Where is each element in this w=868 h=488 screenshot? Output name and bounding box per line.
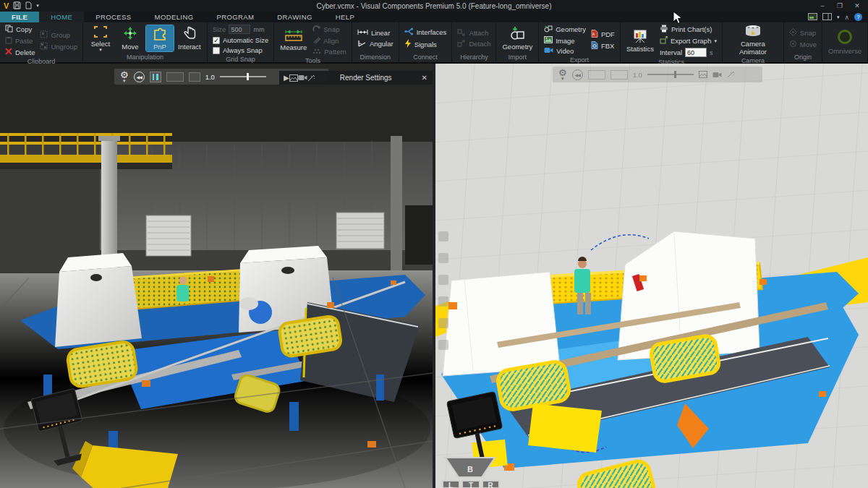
select-icon xyxy=(93,25,108,40)
minimize-button[interactable]: – xyxy=(814,1,830,11)
nav-cube-face-top[interactable]: T xyxy=(469,481,473,488)
housing-left-schematic[interactable] xyxy=(443,272,560,376)
paste-button[interactable]: Paste xyxy=(4,35,36,46)
attach-button[interactable]: Attach xyxy=(456,28,492,38)
tab-process[interactable]: PROCESS xyxy=(84,12,142,22)
speed-slider[interactable] xyxy=(220,76,266,77)
app-logo-icon[interactable]: V xyxy=(4,1,9,10)
linear-button[interactable]: Linear xyxy=(356,28,395,38)
right-viewport-scene[interactable]: B L T R xyxy=(435,64,868,488)
export-pdf-button[interactable]: A PDF xyxy=(590,29,616,40)
collapse-ribbon-icon[interactable]: ∧ xyxy=(844,14,849,21)
interval-input[interactable] xyxy=(685,48,707,57)
interfaces-button[interactable]: Interfaces xyxy=(403,27,448,38)
new-file-icon[interactable] xyxy=(25,1,32,11)
ribbon-group-tools: Measure Snap Align Pattern xyxy=(274,22,352,62)
measure-button[interactable]: Measure xyxy=(278,28,309,53)
record-video-icon[interactable] xyxy=(298,74,307,81)
play-icon[interactable]: ▶ xyxy=(279,74,289,82)
origin-move-button[interactable]: Move xyxy=(788,39,818,50)
select-dropdown-icon[interactable]: ▾ xyxy=(99,48,102,51)
record-video-icon[interactable] xyxy=(712,72,722,78)
measure-icon xyxy=(284,29,303,43)
camera-animator-button[interactable]: Camera Animator xyxy=(726,24,780,56)
manipulation-group-label: Manipulation xyxy=(87,53,203,62)
reset-simulation-button[interactable]: ◀◀ xyxy=(134,72,145,82)
print-charts-button[interactable]: Print Chart(s) xyxy=(658,24,718,35)
safety-mat-right[interactable] xyxy=(278,315,342,357)
interact-button[interactable]: Interact xyxy=(176,25,203,51)
grid-size-input[interactable] xyxy=(229,25,250,34)
paste-icon xyxy=(5,36,12,46)
tab-drawing[interactable]: DRAWING xyxy=(265,12,323,22)
quick-access-dropdown-icon[interactable]: ▾ xyxy=(36,4,39,7)
layout-panels-icon[interactable] xyxy=(822,13,832,22)
nav-cube-face-back[interactable]: B xyxy=(467,465,473,474)
tab-program[interactable]: PROGRAM xyxy=(205,12,265,22)
close-button[interactable]: ✕ xyxy=(849,1,865,11)
help-icon[interactable]: ? xyxy=(854,13,862,21)
yellow-panel-front[interactable] xyxy=(528,403,602,453)
copy-button[interactable]: Copy xyxy=(4,24,36,35)
left-viewport-scene[interactable] xyxy=(0,64,433,488)
ribbon-group-connect: Interfaces Signals Connect xyxy=(399,22,453,62)
export-graph-button[interactable]: Export Graph ▾ xyxy=(658,35,718,46)
reset-simulation-button[interactable]: ◀◀ xyxy=(572,69,583,80)
select-button[interactable]: Select ▾ xyxy=(87,25,114,53)
right-3d-viewport[interactable]: B L T R ⚙▾ ◀◀ 1.0 xyxy=(435,64,868,488)
angular-button[interactable]: Angular xyxy=(356,38,395,49)
viewport-settings-gear-icon[interactable]: ⚙▾ xyxy=(120,71,129,82)
screenshot-icon[interactable] xyxy=(699,71,707,78)
interact-icon xyxy=(183,26,196,42)
export-geometry-button[interactable]: Geometry xyxy=(542,24,587,35)
machine-housing-left[interactable] xyxy=(55,253,142,347)
pnp-button[interactable]: PnP xyxy=(146,25,174,51)
restore-button[interactable]: ❐ xyxy=(832,1,848,11)
export-graph-dropdown-icon[interactable]: ▾ xyxy=(714,40,717,43)
export-fbx-button[interactable]: FBX xyxy=(590,40,616,51)
pause-button[interactable] xyxy=(150,72,161,82)
export-video-button[interactable]: Video xyxy=(542,46,587,56)
omniverse-button[interactable]: Omniverse xyxy=(826,28,864,56)
group-button[interactable]: Group xyxy=(38,30,78,40)
statistics-button[interactable]: Statistics xyxy=(624,28,656,54)
effects-icon[interactable] xyxy=(307,74,315,82)
interval-label: Interval xyxy=(660,48,682,56)
tab-file[interactable]: FILE xyxy=(0,12,39,22)
signals-button[interactable]: Signals xyxy=(403,38,448,50)
save-icon[interactable] xyxy=(13,1,21,11)
nav-cube-face-right[interactable]: R xyxy=(488,481,493,488)
grid-size-row: Size mm xyxy=(211,24,270,35)
always-snap-checkbox[interactable]: ✓ Always Snap xyxy=(211,46,270,55)
screenshot-icon[interactable] xyxy=(289,74,298,82)
tab-home[interactable]: HOME xyxy=(39,12,84,22)
speed-slider[interactable] xyxy=(647,74,694,75)
export-image-button[interactable]: Image xyxy=(542,35,587,46)
tab-help[interactable]: HELP xyxy=(324,12,366,22)
ungroup-button[interactable]: Ungroup xyxy=(38,41,78,52)
left-3d-viewport[interactable]: ⚙▾ ◀◀ 1.0 ▶ Render Settings ✕ xyxy=(0,64,433,488)
effects-icon[interactable] xyxy=(727,71,735,78)
render-settings-panel[interactable]: ▶ Render Settings ✕ xyxy=(279,71,433,85)
sim-mode-button[interactable] xyxy=(189,72,200,82)
group-label: Group xyxy=(51,31,69,39)
automatic-size-checkbox[interactable]: ✓ Automatic Size xyxy=(211,35,270,45)
import-geometry-button[interactable]: Geometry xyxy=(500,25,535,51)
viewport-settings-gear-icon[interactable]: ⚙▾ xyxy=(558,69,567,80)
snap-button[interactable]: Snap xyxy=(311,24,348,35)
tab-modeling[interactable]: MODELING xyxy=(143,12,205,22)
detach-button[interactable]: Detach xyxy=(456,39,492,49)
render-settings-close-icon[interactable]: ✕ xyxy=(417,74,433,82)
export-image-label: Image xyxy=(556,37,574,45)
signals-icon xyxy=(404,39,412,49)
move-button[interactable]: Move xyxy=(116,25,144,51)
omniverse-group-label xyxy=(826,60,864,62)
delete-button[interactable]: Delete xyxy=(4,47,36,57)
origin-snap-button[interactable]: Snap xyxy=(788,27,818,38)
layout-restore-icon[interactable] xyxy=(808,13,817,22)
nav-cube-face-left[interactable]: L xyxy=(448,481,453,488)
align-button[interactable]: Align xyxy=(311,35,348,46)
layout-dropdown-icon[interactable]: ▾ xyxy=(837,16,840,19)
pattern-button[interactable]: Pattern xyxy=(311,47,348,56)
pause-button[interactable] xyxy=(588,70,605,80)
